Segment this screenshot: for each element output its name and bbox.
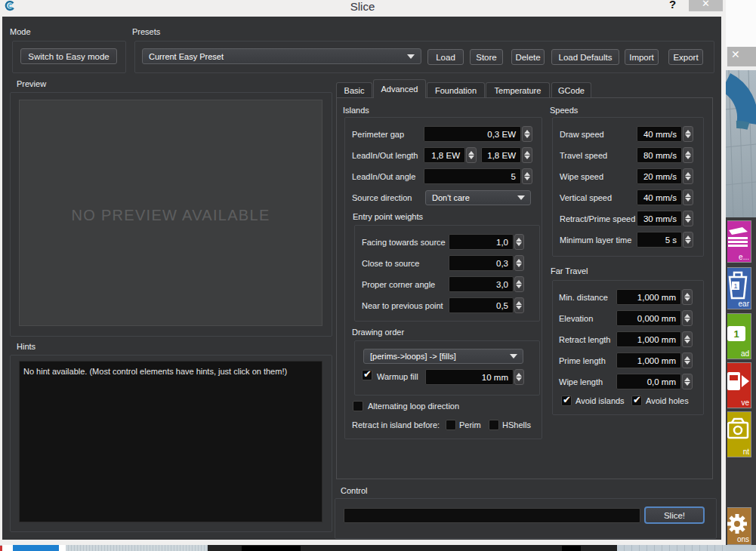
svg-text:1: 1 <box>733 282 737 290</box>
svg-text:1: 1 <box>733 328 739 340</box>
